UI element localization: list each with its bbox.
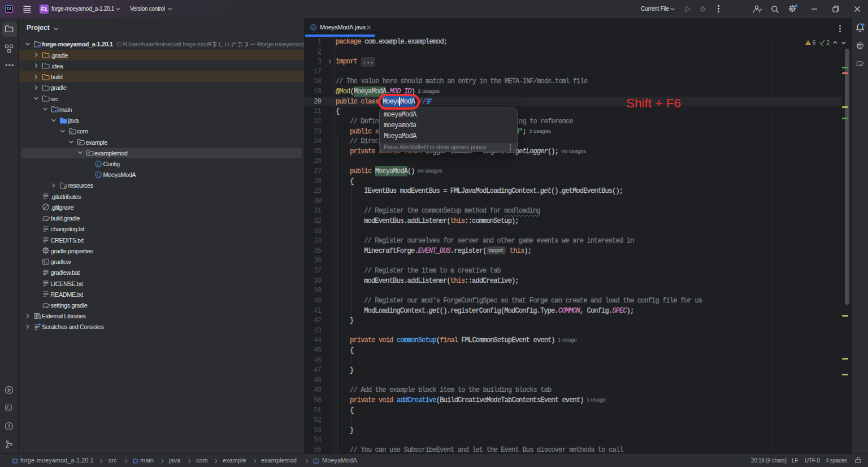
svg-text:C: C xyxy=(97,172,100,178)
svg-text:C: C xyxy=(97,161,100,166)
svg-text:C: C xyxy=(315,459,318,464)
svg-text:C: C xyxy=(312,25,315,30)
